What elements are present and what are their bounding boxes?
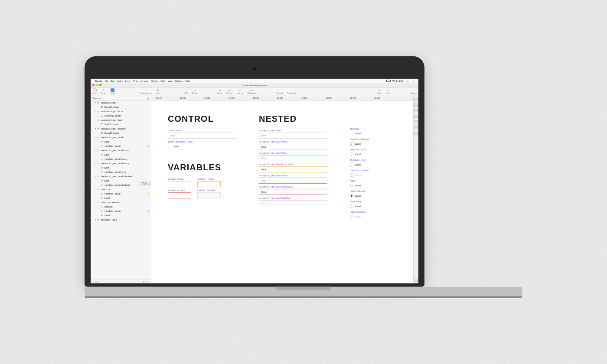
battery-icon[interactable] (386, 80, 391, 82)
search-icon[interactable]: ⌕ (407, 79, 408, 82)
wifi-icon[interactable]: ⌔ (381, 79, 382, 82)
layer-row[interactable]: $gray30 border (91, 131, 151, 135)
canvas[interactable]: CONTROL control / input Data control / c… (151, 101, 413, 283)
layer-row[interactable]: ▾⟳text input / _sans label / disabled (91, 174, 151, 179)
intersect-button[interactable]: ◐Intersect (237, 88, 244, 94)
macos-menubar: Sketch File Edit Insert Layer Type Arran… (91, 79, 418, 83)
artboard-label[interactable]: checkbox / disabled (350, 169, 406, 172)
image-button[interactable]: Image (110, 88, 115, 94)
file-name: rivendell-design-system (245, 84, 268, 86)
artboard-label[interactable]: variable...t / focus (197, 178, 221, 180)
artboard-label[interactable]: checkbox / (350, 127, 406, 130)
artboard-label[interactable]: variable...disabled (197, 189, 221, 192)
menu-item[interactable]: Help (186, 79, 190, 82)
layer-row[interactable]: AaData (91, 140, 151, 144)
window-titlebar: rivendell-design-system (91, 83, 418, 88)
artboard-label[interactable]: text input / _sans label / error value (259, 185, 333, 188)
artboard-label[interactable]: text input / _sans label / focus value (259, 163, 333, 166)
inspector-icon[interactable] (414, 98, 418, 101)
inspector-icon[interactable] (414, 132, 418, 135)
menu-item[interactable]: Edit (111, 79, 114, 82)
artboard-label[interactable]: control / input (168, 129, 241, 132)
filter-input[interactable]: ⌕ Filter◆ ✎ 0 (91, 279, 151, 283)
layer-row[interactable]: AaData (91, 153, 151, 157)
minimize-button[interactable] (96, 84, 98, 86)
layer-row[interactable]: ⟳variables / input /🔒 (91, 209, 151, 213)
backward-button[interactable]: ↓Backward (287, 88, 296, 94)
clock[interactable]: Wed 14:56 (392, 79, 403, 82)
layer-row[interactable]: $gray40 border (91, 105, 151, 109)
layer-row[interactable]: ⟳variables / input / error (91, 170, 151, 174)
close-button[interactable] (92, 84, 95, 86)
layer-row[interactable]: ▾⟳variables / input / error (91, 118, 151, 122)
artboard-label[interactable]: checkbox / selected (350, 138, 406, 140)
inspector-icon[interactable] (414, 115, 418, 118)
artboard-label[interactable]: text input / _sans label / (259, 129, 333, 132)
menu-item[interactable]: Insert (117, 79, 123, 82)
inspector-icon[interactable] (414, 109, 418, 112)
page-list-icon[interactable]: ▤ (147, 97, 149, 99)
nested-input: Data (259, 178, 327, 184)
union-button[interactable]: ◉Union (217, 88, 222, 94)
menu-item[interactable]: Plugins (151, 79, 158, 82)
horizontal-ruler: 10,10010,20010,30010,40010,50010,60010,7… (151, 96, 413, 101)
menu-item[interactable]: View (168, 79, 173, 82)
insert-button[interactable]: ＋Insert (92, 88, 97, 94)
artboard-label[interactable]: control / checkbox + radio (168, 140, 241, 143)
layer-row[interactable]: AaData (91, 166, 151, 170)
inspector-icon[interactable] (414, 126, 418, 129)
artboard-label[interactable]: radio / disabled (350, 211, 406, 213)
difference-button[interactable]: ◒Difference (248, 88, 256, 94)
menu-item[interactable]: Arrange (140, 79, 148, 82)
bolt-icon[interactable] (414, 279, 418, 282)
layer-row[interactable]: ▾⟳text input / _sans label / focus (91, 148, 151, 153)
layer-row[interactable]: ⟳variables / input / focus (91, 157, 151, 161)
layer-row[interactable]: ⟳variables / input /🔒 (91, 144, 151, 148)
rotate-button[interactable]: ⟲Rotate (192, 88, 197, 94)
layer-row[interactable]: ▾⟳checkbox / focus (91, 218, 151, 222)
menu-item[interactable]: File (104, 79, 108, 82)
menu-item[interactable]: Layer (125, 79, 131, 82)
export-button[interactable]: ↑Export (411, 88, 417, 94)
list-icon[interactable]: ≡ (413, 79, 414, 82)
layer-row[interactable]: ▾⟳variables / input / (91, 101, 151, 105)
layer-row[interactable]: $red50 border (91, 122, 151, 127)
create-symbol-button[interactable]: ⟳Create Symbol (140, 88, 153, 94)
forward-button[interactable]: ↑Forward (277, 88, 284, 94)
artboard-label[interactable]: checkbox / error (350, 159, 406, 161)
vector-button[interactable]: ✎Vector (101, 88, 106, 94)
edit-button[interactable]: ✎Edit (184, 88, 188, 94)
artboard-label[interactable]: radio / focus (350, 200, 406, 203)
artboard-label[interactable]: radio / (350, 179, 406, 182)
artboard-label[interactable]: checkbox / focus (350, 148, 406, 151)
subtract-button[interactable]: ◧Subtract (226, 88, 233, 94)
layer-row[interactable]: ▾⟳variables / input / focus (91, 109, 151, 114)
menu-item[interactable]: Craft (160, 79, 165, 82)
artboard-label[interactable]: variable...ut / error (168, 189, 191, 192)
inspector-icon[interactable] (414, 104, 418, 107)
layer-row[interactable]: $yellow50 border (91, 114, 151, 118)
zoom-button[interactable] (99, 84, 101, 86)
cloud-button[interactable]: ☁Cloud (386, 88, 391, 94)
layer-row[interactable]: ▾⟳text input / _sans label / (91, 135, 151, 140)
artboard-label[interactable]: text input / _sans label / error (259, 174, 333, 177)
view-button[interactable]: ▦View (156, 88, 160, 94)
inspector-icon[interactable] (414, 120, 418, 124)
layer-row[interactable]: ▾⟳text input / _sans label / error (91, 161, 151, 166)
layer-row[interactable]: AaLabel (91, 213, 151, 218)
artboard-label[interactable]: text input / _sans label / disabled (259, 197, 333, 199)
pages-dropdown[interactable]: Symbols (92, 97, 101, 99)
layer-row[interactable]: ✓checked (91, 205, 151, 209)
artboard-label[interactable]: radio / selected (350, 190, 406, 192)
artboard-label[interactable]: text input / _sans label / focus (259, 152, 333, 154)
camera (253, 68, 256, 70)
artboard-label[interactable]: variables / input / (168, 178, 191, 180)
input-example: Data (168, 133, 236, 139)
menu-item[interactable]: Type (133, 79, 138, 82)
menu-item[interactable]: Window (175, 79, 183, 82)
artboard-label[interactable]: text input / _sans label / value (259, 140, 333, 143)
nested-input: Data (259, 200, 327, 206)
app-name[interactable]: Sketch (95, 79, 102, 82)
layer-row[interactable]: ▾⟳variables / input / disabled (91, 127, 151, 131)
mirror-button[interactable]: ◆Mirror (377, 88, 382, 94)
